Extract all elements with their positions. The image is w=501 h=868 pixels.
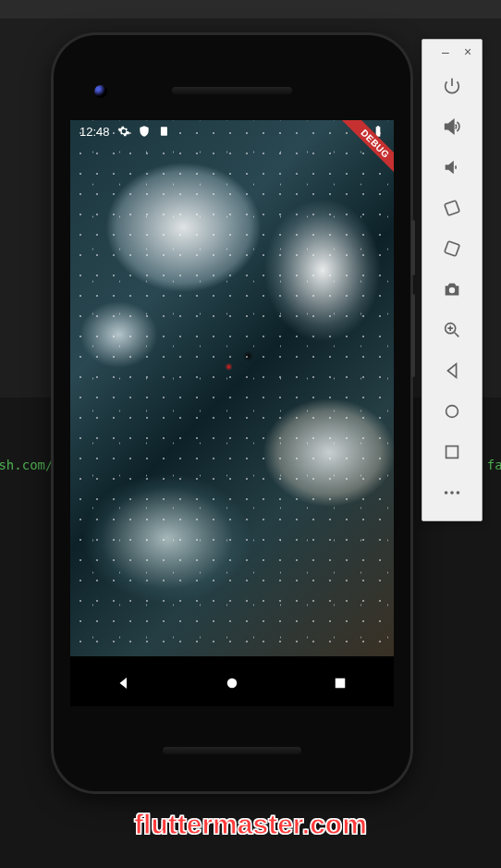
svg-point-7 <box>446 406 458 418</box>
emulator-zoom-button[interactable] <box>434 312 470 348</box>
svg-rect-2 <box>335 679 345 689</box>
android-nav-bar <box>70 660 394 706</box>
editor-top-strip <box>0 0 501 18</box>
code-fragment-right-b: faW <box>487 458 501 472</box>
phone-device-frame: DEBUG 12:48 <box>54 35 410 791</box>
svg-point-10 <box>450 491 454 495</box>
code-fragment-left: ash.com/ <box>0 458 53 472</box>
emulator-overview-button[interactable] <box>434 434 470 471</box>
svg-rect-4 <box>445 241 459 256</box>
device-volume-button[interactable] <box>411 294 415 377</box>
panel-minimize-button[interactable]: – <box>439 45 452 58</box>
svg-rect-8 <box>446 446 458 458</box>
nav-back-button[interactable] <box>101 660 147 706</box>
shield-icon <box>138 125 151 138</box>
emulator-volume-down-button[interactable] <box>434 149 470 186</box>
watermark-text: fluttermaster.com <box>134 809 367 840</box>
app-image-content <box>70 120 394 656</box>
device-front-camera <box>94 85 107 98</box>
nav-home-button[interactable] <box>209 660 255 706</box>
nav-recent-button[interactable] <box>317 660 363 706</box>
device-screen: DEBUG 12:48 <box>70 120 394 706</box>
square-icon <box>158 125 171 138</box>
emulator-home-button[interactable] <box>434 393 470 430</box>
device-bottom-speaker <box>163 747 301 754</box>
svg-point-1 <box>227 679 238 689</box>
settings-gear-icon <box>117 125 130 138</box>
emulator-rotate-left-button[interactable] <box>434 189 470 226</box>
panel-titlebar: – × <box>422 40 482 64</box>
svg-point-11 <box>457 491 460 495</box>
emulator-back-button[interactable] <box>434 352 470 389</box>
emulator-rotate-right-button[interactable] <box>434 230 470 267</box>
svg-point-5 <box>449 287 455 293</box>
emulator-volume-up-button[interactable] <box>434 108 470 145</box>
emulator-power-button[interactable] <box>434 67 470 104</box>
svg-rect-3 <box>445 201 459 215</box>
svg-point-9 <box>445 491 448 495</box>
emulator-control-panel: – × <box>422 39 483 521</box>
emulator-more-button[interactable] <box>434 474 470 511</box>
panel-close-button[interactable]: × <box>461 45 474 58</box>
emulator-screenshot-button[interactable] <box>434 271 470 308</box>
status-time: 12:48 <box>79 125 110 139</box>
device-earpiece <box>172 87 292 94</box>
status-bar-left: 12:48 <box>79 125 171 139</box>
svg-rect-0 <box>160 127 166 135</box>
device-power-button[interactable] <box>411 220 415 275</box>
